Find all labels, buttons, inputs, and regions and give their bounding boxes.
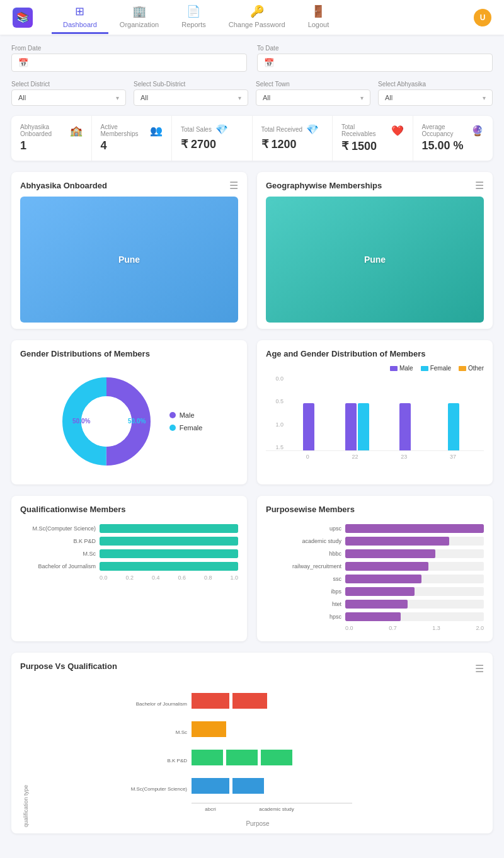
qualification-panel: Qualificationwise Members M.Sc(Computer … [11,496,247,641]
from-date-input[interactable]: 📅 [11,54,247,72]
nav-logout-label: Logout [308,21,329,28]
svg-rect-14 [232,778,264,794]
pvq-title: Purpose Vs Qualification [20,661,117,671]
purpose-fill-1 [345,524,484,533]
qual-fill-2 [100,537,238,546]
town-select[interactable]: All ▾ [256,89,370,106]
geography-map-label: Pune [364,255,386,265]
bar-group-23 [381,403,430,450]
svg-text:M.Sc: M.Sc [176,729,187,735]
stat-card-received: Total Received 💎 ₹ 1200 [253,116,333,161]
female-label: Female [180,424,203,432]
main-content: From Date 📅 To Date 📅 Select District Al… [0,35,504,855]
purpose-fill-3 [345,549,435,558]
purpose-label-2: academic study [266,538,341,544]
onboarded-map-label: Pune [118,255,140,265]
purpose-fill-5 [345,575,421,583]
svg-rect-8 [232,693,267,709]
to-date-group: To Date 📅 [257,45,493,72]
navbar: 📚 ⊞ Dashboard 🏢 Organization 📄 Reports 🔑… [0,0,504,35]
district-select[interactable]: All ▾ [11,89,126,106]
subdistrict-label: Select Sub-District [134,81,248,88]
purpose-label-4: railway_recruitment [266,563,341,569]
purpose-panel: Purposewise Members upsc academic study … [257,496,493,641]
svg-rect-12 [261,750,292,765]
pvq-chart: Bachelor of Journalism M.Sc B.K P&D M.Sc… [32,677,484,827]
bar-group-22 [333,403,382,450]
qual-x-labels: 0.00.20.40.60.81.0 [20,575,238,581]
school-icon: 🏫 [70,125,83,137]
qual-fill-3 [100,549,238,558]
female-dot [169,425,176,431]
svg-text:M.Sc(Computer Science): M.Sc(Computer Science) [131,786,188,792]
purpose-bar-1: upsc [266,524,484,533]
nav-reports[interactable]: 📄 Reports [170,1,217,34]
purpose-label-7: htet [266,601,341,607]
geography-menu-icon[interactable]: ☰ [475,180,484,192]
svg-rect-13 [192,778,229,794]
nav-logout[interactable]: 🚪 Logout [297,1,341,34]
purpose-label-3: hbbc [266,551,341,557]
svg-rect-7 [192,693,229,709]
password-icon: 🔑 [250,4,264,18]
avatar[interactable]: U [474,9,491,26]
onboarded-map-title: Abhyasika Onboarded [20,181,238,190]
nav-organization[interactable]: 🏢 Organization [108,1,170,34]
nav-change-password[interactable]: 🔑 Change Password [217,1,297,34]
stat-card-occupancy: Average Occupancy 🔮 15.00 % [413,116,493,161]
to-date-input[interactable]: 📅 [257,54,493,72]
stat-label-received: Total Received 💎 [261,123,324,135]
pvq-chart-area: qualification type Bachelor of Journalis… [20,677,484,827]
gem-icon: 🔮 [471,125,484,137]
gender-dist-panel: Gender Distributions of Members 50.0% 50… [11,340,247,484]
stat-card-sales: Total Sales 💎 ₹ 2700 [172,116,253,161]
qual-bar-3: M.Sc [20,549,238,558]
onboarded-map-panel: ☰ Abhyasika Onboarded Pune [11,172,247,329]
stat-label-occupancy: Average Occupancy 🔮 [422,123,484,137]
purpose-track-1 [345,524,484,533]
svg-text:abcri: abcri [205,806,216,812]
abhyasika-label: Select Abhyasika [378,81,493,88]
nav-dashboard-label: Dashboard [63,21,97,28]
age-legend-female: Female [421,365,451,372]
dashboard-icon: ⊞ [75,4,84,18]
bar-23-male [399,403,411,450]
abhyasika-select[interactable]: All ▾ [378,89,493,106]
district-label: Select District [11,81,126,88]
bar-22-female [358,403,369,450]
purpose-bars: upsc academic study hbbc [266,520,484,635]
map-row: ☰ Abhyasika Onboarded Pune ☰ Geographywi… [11,172,493,329]
nav-password-label: Change Password [229,21,285,28]
nav-dashboard[interactable]: ⊞ Dashboard [52,1,108,34]
nav-org-label: Organization [120,21,159,28]
onboarded-menu-icon[interactable]: ☰ [229,180,238,192]
heart-icon: ❤️ [391,125,404,137]
age-y-labels: 1.51.00.50.0 [266,375,284,450]
abhyasika-group: Select Abhyasika All ▾ [378,81,493,106]
purpose-bar-8: hpsc [266,612,484,621]
donut-female-pct: 50.0% [128,418,146,425]
pvq-menu-icon[interactable]: ☰ [475,663,484,675]
legend-male: Male [169,411,203,419]
from-date-group: From Date 📅 [11,45,247,72]
diamond-icon-1: 💎 [215,123,228,135]
reports-icon: 📄 [186,4,200,18]
subdistrict-select[interactable]: All ▾ [134,89,248,106]
male-dot [169,412,176,418]
select-filter-row: Select District All ▾ Select Sub-Distric… [11,81,493,106]
svg-text:academic study: academic study [259,806,294,812]
svg-rect-11 [226,750,258,765]
stat-card-onboarded: Abhyasika Onboarded 🏫 1 [11,116,92,161]
purpose-title: Purposewise Members [266,505,484,514]
pvq-svg: Bachelor of Journalism M.Sc B.K P&D M.Sc… [32,677,484,816]
onboarded-map: Pune [20,197,238,323]
age-x-labels: 0222337 [266,451,484,460]
stat-cards: Abhyasika Onboarded 🏫 1 Active Membershi… [11,116,493,161]
chevron-down-icon: ▾ [116,94,119,101]
diamond-icon-2: 💎 [306,123,319,135]
bar-0-male [303,403,314,450]
purpose-fill-6 [345,587,415,596]
qual-purpose-row: Qualificationwise Members M.Sc(Computer … [11,496,493,641]
gender-dist-title: Gender Distributions of Members [20,349,238,358]
chevron-down-icon-2: ▾ [238,94,241,101]
